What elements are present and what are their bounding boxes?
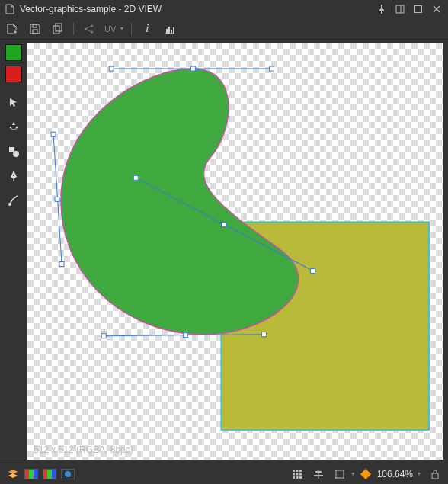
bounds-icon[interactable] [333, 467, 347, 481]
brush-tool-icon[interactable] [4, 191, 24, 210]
swatch-red[interactable] [5, 66, 22, 82]
svg-rect-28 [299, 470, 302, 472]
channel-rgb2-icon[interactable] [43, 469, 56, 479]
layers-icon[interactable] [6, 467, 20, 481]
chevron-down-icon[interactable]: ▾ [418, 470, 421, 477]
pin-icon[interactable] [375, 2, 389, 16]
close-icon[interactable] [430, 2, 443, 16]
canvas-artwork [27, 43, 443, 458]
toolbar: UV ▾ i [0, 18, 448, 40]
chevron-down-icon[interactable]: ▾ [351, 470, 354, 477]
handle[interactable] [133, 175, 138, 180]
svg-rect-0 [396, 5, 404, 13]
lock-icon[interactable] [428, 467, 442, 481]
green-bean-shape[interactable] [61, 69, 299, 335]
titlebar: Vector-graphics-sample - 2D VIEW [0, 0, 448, 18]
diamond-icon[interactable] [360, 468, 371, 479]
window-title: Vector-graphics-sample - 2D VIEW [20, 4, 370, 14]
svg-rect-12 [168, 27, 170, 34]
handle[interactable] [51, 132, 56, 136]
svg-point-21 [8, 203, 11, 206]
panel-icon[interactable] [393, 2, 407, 16]
svg-rect-30 [296, 473, 298, 475]
svg-point-18 [13, 151, 19, 157]
separator [131, 23, 132, 35]
svg-rect-4 [33, 30, 37, 34]
swatch-green[interactable] [5, 44, 22, 61]
svg-rect-32 [293, 476, 295, 479]
copy-icon[interactable] [50, 21, 66, 37]
svg-rect-35 [315, 471, 322, 473]
svg-rect-5 [33, 24, 37, 27]
svg-rect-11 [166, 29, 168, 34]
info-icon[interactable]: i [139, 21, 155, 37]
handle[interactable] [109, 66, 114, 71]
separator [73, 23, 74, 35]
channel-rgb-icon[interactable] [24, 469, 38, 479]
statusbar-left [6, 467, 75, 481]
svg-point-19 [13, 175, 14, 176]
statusbar: ▾ 106.64% ▾ [0, 463, 448, 484]
maximize-icon[interactable] [411, 2, 425, 16]
handle[interactable] [59, 262, 64, 267]
canvas[interactable]: 512 x 512 (RGBA, 8bpc) [27, 43, 443, 460]
svg-point-16 [16, 127, 18, 129]
svg-rect-26 [293, 470, 295, 472]
chevron-down-icon[interactable]: ▾ [120, 25, 123, 32]
svg-rect-38 [432, 473, 438, 479]
svg-rect-13 [171, 30, 172, 34]
svg-rect-27 [296, 470, 298, 472]
workspace: 512 x 512 (RGBA, 8bpc) [0, 40, 448, 463]
align-icon[interactable] [312, 467, 325, 481]
canvas-dimensions: 512 x 512 (RGBA, 8bpc) [34, 444, 133, 455]
left-toolbar [0, 40, 27, 463]
svg-rect-17 [9, 147, 14, 152]
share-icon[interactable] [82, 21, 97, 37]
new-document-icon[interactable] [5, 21, 20, 37]
svg-rect-2 [415, 6, 422, 13]
svg-rect-33 [296, 476, 298, 479]
node-tool-icon[interactable] [4, 117, 24, 137]
svg-rect-34 [299, 476, 302, 479]
shapes-tool-icon[interactable] [4, 142, 24, 162]
zoom-level[interactable]: 106.64% [377, 469, 413, 479]
channel-preview-icon[interactable] [61, 469, 75, 479]
svg-rect-37 [336, 470, 344, 478]
svg-rect-7 [56, 24, 62, 31]
grid-icon[interactable] [290, 467, 304, 481]
svg-rect-14 [173, 27, 174, 34]
handle[interactable] [101, 334, 106, 338]
svg-rect-31 [299, 473, 302, 475]
pen-tool-icon[interactable] [4, 166, 24, 186]
uv-label[interactable]: UV [104, 24, 116, 34]
document-icon [5, 4, 15, 14]
arrow-tool-icon[interactable] [4, 93, 24, 113]
svg-rect-29 [293, 473, 295, 475]
histogram-icon[interactable] [162, 21, 178, 37]
viewport: 512 x 512 (RGBA, 8bpc) [27, 40, 448, 463]
handle[interactable] [183, 333, 187, 338]
statusbar-right: ▾ 106.64% ▾ [290, 467, 442, 481]
handle[interactable] [55, 197, 59, 201]
save-icon[interactable] [27, 21, 43, 37]
handle[interactable] [262, 332, 267, 337]
handle[interactable] [270, 66, 274, 71]
svg-point-15 [10, 127, 12, 129]
svg-rect-36 [314, 475, 323, 476]
handle[interactable] [311, 269, 315, 274]
handle[interactable] [190, 66, 195, 71]
handle[interactable] [221, 222, 226, 226]
svg-rect-6 [53, 26, 59, 34]
